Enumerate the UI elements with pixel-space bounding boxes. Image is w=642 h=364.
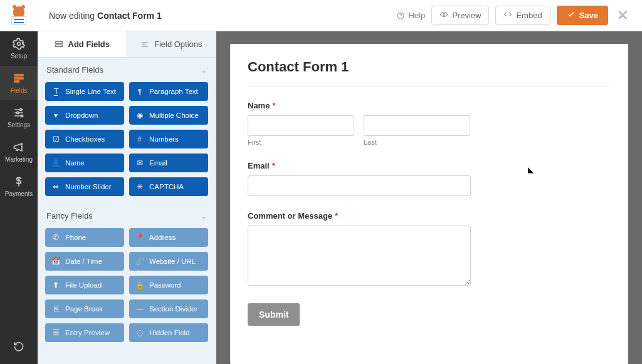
preview-button[interactable]: Preview xyxy=(431,6,489,25)
topbar: Now editing Contact Form 1 Help Preview … xyxy=(38,0,642,31)
tab-field-options[interactable]: Field Options xyxy=(127,31,216,57)
field-type-single-line-text[interactable]: T̲Single Line Text xyxy=(45,82,124,101)
field-type-multiple-choice[interactable]: ◉Multiple Choice xyxy=(129,106,208,125)
field-type-dropdown[interactable]: ▾Dropdown xyxy=(45,106,124,125)
add-fields-icon xyxy=(55,40,63,49)
rail-fields[interactable]: Fields xyxy=(0,66,38,100)
svg-rect-3 xyxy=(14,80,19,82)
website-url-icon: 🔗 xyxy=(135,257,144,266)
field-type-number-slider[interactable]: ⇔Number Slider xyxy=(45,177,124,196)
file-upload-icon: ⬆ xyxy=(51,281,60,289)
embed-button[interactable]: Embed xyxy=(495,6,550,25)
dollar-icon xyxy=(13,175,25,188)
field-type-label: Date / Time xyxy=(65,257,102,265)
field-type-date-time[interactable]: 📅Date / Time xyxy=(45,252,124,271)
logo xyxy=(0,0,38,31)
rail-marketing[interactable]: Marketing xyxy=(0,135,38,169)
field-type-label: Multiple Choice xyxy=(149,112,199,119)
sublabel-first: First xyxy=(248,138,355,146)
field-options-icon xyxy=(140,40,149,49)
svg-rect-2 xyxy=(14,77,24,79)
help-icon xyxy=(396,11,405,20)
rail-settings[interactable]: Settings xyxy=(0,100,38,135)
field-type-captcha[interactable]: ✳CAPTCHA xyxy=(129,177,208,196)
field-type-page-break[interactable]: ⎘Page Break xyxy=(45,299,124,318)
multiple-choice-icon: ◉ xyxy=(135,111,144,120)
field-email[interactable]: Email* xyxy=(248,161,611,196)
field-type-website-url[interactable]: 🔗Website / URL xyxy=(129,252,208,271)
gear-icon xyxy=(13,38,25,50)
field-type-address[interactable]: 📍Address xyxy=(129,228,208,247)
field-name[interactable]: Name* First Last xyxy=(248,101,611,146)
field-type-entry-preview[interactable]: ☰Entry Preview xyxy=(45,323,124,342)
group-fancy-toggle[interactable]: Fancy Fields ⌄ xyxy=(38,204,216,226)
svg-rect-10 xyxy=(55,44,62,46)
svg-point-8 xyxy=(443,14,445,16)
field-type-label: Email xyxy=(149,159,167,167)
field-type-label: Dropdown xyxy=(65,112,98,119)
field-type-label: Paragraph Text xyxy=(149,88,198,95)
name-last-input[interactable] xyxy=(364,115,470,136)
hidden-field-icon: ◌ xyxy=(135,328,144,337)
section-divider-icon: ― xyxy=(135,304,144,313)
phone-icon: ✆ xyxy=(51,233,60,242)
field-type-label: Checkboxes xyxy=(65,135,105,143)
rail-label: Payments xyxy=(0,190,38,197)
field-type-name[interactable]: 👤Name xyxy=(45,153,124,172)
panel-tabs: Add Fields Field Options xyxy=(38,31,216,58)
field-type-file-upload[interactable]: ⬆File Upload xyxy=(45,276,124,294)
left-rail: Setup Fields Settings Marketing Payments xyxy=(0,0,38,364)
form-preview[interactable]: Contact Form 1 Name* First Last Email* C… xyxy=(230,44,628,364)
sliders-icon xyxy=(13,107,25,119)
svg-rect-9 xyxy=(55,41,62,43)
field-type-label: Address xyxy=(149,234,176,241)
name-first-input[interactable] xyxy=(248,115,354,136)
field-type-label: Number Slider xyxy=(65,183,112,190)
close-button[interactable]: ✕ xyxy=(614,8,631,24)
field-type-paragraph-text[interactable]: ¶Paragraph Text xyxy=(129,82,208,101)
field-type-section-divider[interactable]: ―Section Divider xyxy=(129,299,208,318)
svg-rect-1 xyxy=(14,74,24,76)
svg-point-4 xyxy=(20,108,22,110)
field-type-label: Phone xyxy=(65,234,86,241)
field-type-email[interactable]: ✉Email xyxy=(129,153,208,172)
email-input[interactable] xyxy=(248,175,471,196)
field-type-checkboxes[interactable]: ☑Checkboxes xyxy=(45,130,124,148)
field-type-phone[interactable]: ✆Phone xyxy=(45,228,124,247)
checkboxes-icon: ☑ xyxy=(51,135,60,143)
email-icon: ✉ xyxy=(135,159,144,167)
field-type-label: CAPTCHA xyxy=(149,183,184,190)
help-link[interactable]: Help xyxy=(396,11,425,20)
page-break-icon: ⎘ xyxy=(51,304,60,313)
field-type-numbers[interactable]: #Numbers xyxy=(129,130,208,148)
submit-button[interactable]: Submit xyxy=(248,303,300,326)
field-type-label: File Upload xyxy=(65,281,102,289)
captcha-icon: ✳ xyxy=(135,182,144,191)
field-type-label: Password xyxy=(149,281,181,289)
comment-textarea[interactable] xyxy=(248,226,471,286)
field-comment[interactable]: Comment or Message* xyxy=(248,211,611,288)
tab-add-fields[interactable]: Add Fields xyxy=(38,31,127,57)
megaphone-icon xyxy=(13,141,25,153)
form-title: Contact Form 1 xyxy=(248,59,611,75)
code-icon xyxy=(503,10,512,21)
eye-icon xyxy=(439,10,448,21)
field-type-label: Page Break xyxy=(65,305,103,313)
field-type-label: Section Divider xyxy=(149,305,197,313)
save-button[interactable]: Save xyxy=(557,6,608,25)
chevron-down-icon: ⌄ xyxy=(201,212,207,221)
entry-preview-icon: ☰ xyxy=(51,328,60,337)
address-icon: 📍 xyxy=(135,233,144,242)
rail-payments[interactable]: Payments xyxy=(0,169,38,204)
rail-label: Marketing xyxy=(0,156,38,163)
svg-point-0 xyxy=(18,43,21,46)
sublabel-last: Last xyxy=(364,138,471,146)
rail-setup[interactable]: Setup xyxy=(0,31,38,66)
paragraph-text-icon: ¶ xyxy=(135,87,144,96)
rail-history[interactable] xyxy=(0,334,38,361)
group-standard-toggle[interactable]: Standard Fields ⌄ xyxy=(38,58,216,80)
numbers-icon: # xyxy=(135,135,144,143)
field-type-password[interactable]: 🔒Password xyxy=(129,276,208,294)
field-type-hidden-field[interactable]: ◌Hidden Field xyxy=(129,323,208,342)
name-icon: 👤 xyxy=(51,159,60,167)
